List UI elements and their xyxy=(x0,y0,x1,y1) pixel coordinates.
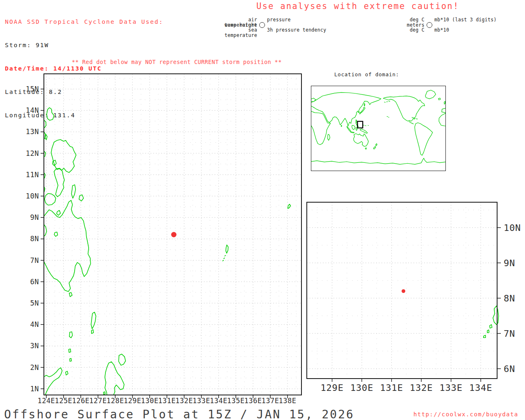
station-circle-icon-2 xyxy=(427,22,432,28)
main-map-axes: 124E125E126E127E128E129E130E131E132E133E… xyxy=(26,85,297,405)
legend-mb10-digits-label: mb*10 (last 3 digits) xyxy=(434,17,497,23)
lon-axis-label: 129E xyxy=(123,397,141,405)
lon-axis-label: 129E xyxy=(321,383,344,393)
lat-axis-label: 4N xyxy=(30,320,39,329)
lon-axis-label: 134E xyxy=(469,383,492,393)
lat-axis-label: 6N xyxy=(504,364,515,374)
legend-pressure-label: pressure xyxy=(267,17,326,23)
lat-axis-label: 8N xyxy=(504,293,515,304)
station-circle-icon xyxy=(259,22,265,28)
lon-axis-label: 136E xyxy=(244,397,262,405)
caution-title: Use analyses with extreme caution! xyxy=(256,1,459,11)
lat-axis-label: 6N xyxy=(30,278,39,286)
lat-axis-label: 9N xyxy=(30,213,39,221)
legend-air-temperature-label: air temperature xyxy=(213,17,257,23)
storm-info-source: NOAA SSD Tropical Cyclone Data Used: xyxy=(5,18,163,26)
zoom-map-axes: 129E130E131E132E133E134E6N7N8N9N10N xyxy=(321,223,521,393)
lon-axis-label: 133E xyxy=(440,383,463,393)
lat-axis-label: 15N xyxy=(26,85,39,93)
station-model-legend-right: deg C meters deg C mb*10 (last 3 digits)… xyxy=(406,17,497,33)
lat-axis-label: 3N xyxy=(30,342,39,350)
lat-axis-label: 2N xyxy=(30,363,39,372)
storm-position-warning: ** Red dot below may NOT represent CURRE… xyxy=(72,59,282,65)
lon-axis-label: 132E xyxy=(175,397,193,405)
zoom-map: 129E130E131E132E133E134E6N7N8N9N10N xyxy=(307,202,497,379)
lat-axis-label: 10N xyxy=(26,192,39,200)
legend-mb10-label: mb*10 xyxy=(434,27,497,33)
storm-dot-zoom xyxy=(402,289,405,293)
lat-axis-label: 1N xyxy=(30,385,39,393)
lon-axis-label: 131E xyxy=(158,397,176,405)
coastline-dinagat-siargao xyxy=(71,185,83,201)
storm-dot-main xyxy=(171,232,176,237)
lat-axis-label: 9N xyxy=(504,258,515,268)
lat-axis-label: 7N xyxy=(30,256,39,265)
coastline-talaud-sangihe xyxy=(68,312,96,361)
lon-axis-label: 135E xyxy=(227,397,244,405)
lon-axis-label: 125E xyxy=(55,397,72,405)
legend-pressure-tendency-label: 3h pressure tendency xyxy=(267,27,326,33)
storm-info-storm: Storm: 91W xyxy=(5,41,163,49)
lat-axis-label: 7N xyxy=(504,329,515,339)
lat-axis-label: 8N xyxy=(30,235,39,243)
footer-url: http://coolwx.com/buoydata xyxy=(413,411,518,418)
lat-axis-label: 10N xyxy=(504,223,521,233)
coastline-mindanao xyxy=(44,201,91,297)
coastline-americas xyxy=(383,90,436,155)
coastline-eurasia xyxy=(311,92,381,126)
lon-axis-label: 137E xyxy=(261,397,279,405)
station-legend-units-right: mb*10 (last 3 digits) mb*10 xyxy=(434,17,497,33)
lon-axis-label: 128E xyxy=(106,397,124,405)
lon-axis-label: 138E xyxy=(278,397,296,405)
legend-degc-label-1: deg C xyxy=(410,17,425,23)
lon-axis-label: 133E xyxy=(192,397,210,405)
coastline-palau xyxy=(223,245,228,261)
coastline-yap xyxy=(288,204,291,208)
storm-info-datetime: Date/Time: 14/1130 UTC xyxy=(5,65,163,73)
lat-axis-label: 5N xyxy=(30,299,39,307)
station-legend-left-parameters: air temperature wave height sea temperat… xyxy=(213,17,257,33)
inset-title: Location of domain: xyxy=(334,71,399,78)
zoom-map-coastlines xyxy=(484,306,499,338)
coastline-antarctica xyxy=(311,158,445,164)
station-model-legend-left: air temperature wave height sea temperat… xyxy=(213,17,326,33)
lon-axis-label: 124E xyxy=(37,397,55,405)
lon-axis-label: 130E xyxy=(141,397,158,405)
coastline-catanduanes-luzon-fragments xyxy=(44,107,54,157)
coastline-europe-atlantic-edge xyxy=(438,98,445,126)
offshore-surface-plot-page: NOAA SSD Tropical Cyclone Data Used: Sto… xyxy=(0,0,525,420)
lat-axis-label: 13N xyxy=(26,128,39,136)
lon-axis-label: 126E xyxy=(72,397,89,405)
world-map-inset xyxy=(311,86,446,171)
world-coastlines xyxy=(311,90,445,164)
legend-sea-temperature-label: sea temperature xyxy=(213,27,257,33)
lat-axis-label: 11N xyxy=(26,171,39,179)
main-map: 124E125E126E127E128E129E130E131E132E133E… xyxy=(44,74,301,395)
station-legend-units-left: deg C meters deg C xyxy=(406,17,425,33)
station-legend-left-parameters-right: pressure 3h pressure tendency xyxy=(267,17,326,33)
footer-title: Offshore Surface Plot at 15Z / JAN 15, 2… xyxy=(4,408,354,420)
coastline-palau-zoom xyxy=(484,306,499,338)
lon-axis-label: 134E xyxy=(210,397,227,405)
lon-axis-label: 132E xyxy=(410,383,433,393)
lon-axis-label: 127E xyxy=(89,397,107,405)
lat-axis-label: 14N xyxy=(26,106,39,114)
lon-axis-label: 131E xyxy=(380,383,403,393)
coastline-sulawesi xyxy=(44,368,68,395)
legend-degc-label-2: deg C xyxy=(410,27,425,33)
coastline-africa-middleeast xyxy=(311,111,342,145)
lon-axis-label: 130E xyxy=(350,383,373,393)
coastline-halmahera-morotai xyxy=(103,354,126,395)
lat-axis-label: 12N xyxy=(26,149,39,158)
coastline-seasia-oceania xyxy=(347,120,377,149)
